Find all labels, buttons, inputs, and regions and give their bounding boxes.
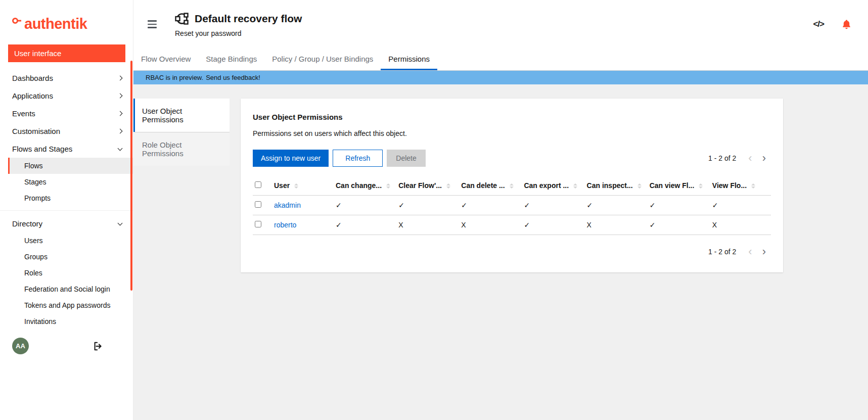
permission-value: ✓	[457, 196, 520, 215]
preview-banner: RBAC is in preview. Send us feedback!	[133, 71, 868, 84]
pagination-bottom-wrap: 1 - 2 of 2 ‹ ›	[253, 246, 771, 257]
sort-icon[interactable]	[637, 183, 642, 189]
column-header-view-flow[interactable]: View Flo...	[708, 176, 771, 196]
permission-value: ✓	[332, 196, 394, 215]
sort-icon[interactable]	[751, 183, 755, 189]
sidebar-item-applications[interactable]: Applications	[0, 87, 133, 105]
page-title: Default recovery flow	[195, 13, 302, 25]
column-header-user[interactable]: User	[270, 176, 332, 196]
api-code-icon[interactable]: </>	[813, 19, 824, 29]
content-area: User Object Permissions Role Object Perm…	[133, 84, 868, 420]
vtab-role-object-permissions[interactable]: Role Object Permissions	[133, 132, 230, 166]
sidebar-item-groups[interactable]: Groups	[8, 249, 133, 265]
refresh-button[interactable]: Refresh	[333, 150, 383, 167]
sidebar-subitem-label: Roles	[24, 269, 42, 277]
sidebar-item-prompts[interactable]: Prompts	[8, 190, 133, 206]
page-subtitle: Reset your password	[175, 29, 302, 37]
topbar-icons: </>	[813, 19, 852, 30]
sidebar-subitem-label: Users	[24, 237, 43, 245]
sidebar-item-invitations[interactable]: Invitations	[8, 313, 133, 330]
column-header-clear-flow[interactable]: Clear Flow'...	[394, 176, 457, 196]
permissions-table: User Can change... Clear Flow'... Can de…	[253, 176, 771, 235]
column-header-can-change[interactable]: Can change...	[332, 176, 394, 196]
main-area: Default recovery flow Reset your passwor…	[133, 0, 868, 420]
sidebar-item-label: Events	[12, 109, 35, 118]
permission-value: ✓	[646, 196, 708, 215]
sidebar-item-events[interactable]: Events	[0, 105, 133, 122]
row-checkbox[interactable]	[255, 221, 261, 227]
sort-icon[interactable]	[510, 183, 514, 189]
page-tabs: Flow Overview Stage Bindings Policy / Gr…	[133, 49, 868, 71]
column-header-can-export[interactable]: Can export ...	[520, 176, 582, 196]
sidebar-footer: AA	[0, 334, 133, 358]
brand-logo-text: authentik	[24, 16, 87, 32]
sort-icon[interactable]	[386, 183, 390, 189]
user-link-akadmin[interactable]: akadmin	[274, 201, 301, 209]
sidebar: authentik User interface Dashboards Appl…	[0, 0, 133, 420]
notification-bell-icon[interactable]	[841, 19, 852, 30]
tab-flow-overview[interactable]: Flow Overview	[133, 49, 198, 70]
permission-value: ✓	[520, 215, 582, 235]
permission-value: ✓	[583, 196, 646, 215]
hamburger-menu-button[interactable]	[146, 17, 159, 31]
user-link-roberto[interactable]: roberto	[274, 221, 296, 229]
pagination-prev-button[interactable]: ‹	[743, 153, 757, 164]
sidebar-item-customisation[interactable]: Customisation	[0, 122, 133, 140]
user-object-permissions-card: User Object Permissions Permissions set …	[241, 99, 783, 272]
sort-icon[interactable]	[446, 183, 450, 189]
sort-icon[interactable]	[294, 183, 298, 189]
table-row: roberto ✓ X X ✓ X ✓ X	[253, 215, 771, 235]
sidebar-item-flows-and-stages[interactable]: Flows and Stages	[0, 140, 133, 158]
tab-permissions[interactable]: Permissions	[381, 49, 437, 70]
permission-value: X	[583, 215, 646, 235]
column-header-can-delete[interactable]: Can delete ...	[457, 176, 520, 196]
chevron-right-icon	[118, 76, 123, 81]
card-title: User Object Permissions	[253, 113, 771, 121]
pagination-label: 1 - 2 of 2	[708, 154, 736, 162]
delete-button[interactable]: Delete	[387, 150, 425, 167]
avatar[interactable]: AA	[12, 338, 29, 354]
directory-group: Directory Users Groups Roles Federation …	[0, 210, 133, 330]
sort-icon[interactable]	[573, 183, 577, 189]
sign-out-icon[interactable]	[93, 341, 104, 352]
sidebar-item-federation-social-login[interactable]: Federation and Social login	[8, 281, 133, 297]
banner-feedback-link[interactable]: Send us feedback!	[206, 74, 260, 81]
tab-policy-group-user-bindings[interactable]: Policy / Group / User Bindings	[264, 49, 381, 70]
user-interface-button[interactable]: User interface	[8, 44, 125, 62]
pagination-next-button[interactable]: ›	[757, 246, 771, 257]
assign-to-new-user-button[interactable]: Assign to new user	[253, 150, 329, 167]
brand-logo[interactable]: authentik	[0, 0, 133, 32]
column-header-can-view[interactable]: Can view Fl...	[646, 176, 708, 196]
permission-value: ✓	[332, 215, 394, 235]
select-all-checkbox[interactable]	[255, 181, 261, 188]
vtab-user-object-permissions[interactable]: User Object Permissions	[133, 99, 230, 132]
authentik-logo-icon	[11, 16, 23, 31]
row-checkbox[interactable]	[255, 201, 261, 208]
sidebar-item-users[interactable]: Users	[8, 232, 133, 249]
toolbar: Assign to new user Refresh Delete 1 - 2 …	[253, 150, 771, 167]
flows-subnav: Flows Stages Prompts	[0, 158, 133, 206]
sidebar-subitem-label: Invitations	[24, 317, 56, 325]
sidebar-item-stages[interactable]: Stages	[8, 174, 133, 190]
pagination-label: 1 - 2 of 2	[708, 248, 736, 256]
permission-value: ✓	[646, 215, 708, 235]
permissions-vertical-tabs: User Object Permissions Role Object Perm…	[133, 99, 230, 166]
sort-icon[interactable]	[699, 183, 703, 189]
table-row: akadmin ✓ ✓ ✓ ✓ ✓ ✓ ✓	[253, 196, 771, 215]
sidebar-item-dashboards[interactable]: Dashboards	[0, 69, 133, 87]
sidebar-item-directory[interactable]: Directory	[0, 215, 133, 232]
sidebar-item-flows[interactable]: Flows	[8, 158, 133, 174]
pagination-prev-button[interactable]: ‹	[743, 246, 757, 257]
chevron-right-icon	[118, 129, 123, 134]
sidebar-subitem-label: Flows	[24, 162, 43, 170]
top-bar: Default recovery flow Reset your passwor…	[133, 0, 868, 49]
sidebar-scrollbar[interactable]	[130, 61, 132, 291]
pagination-next-button[interactable]: ›	[757, 153, 771, 164]
permission-value: ✓	[394, 196, 457, 215]
tab-stage-bindings[interactable]: Stage Bindings	[198, 49, 264, 70]
sidebar-item-label: Applications	[12, 91, 53, 100]
column-header-can-inspect[interactable]: Can inspect...	[583, 176, 646, 196]
sidebar-item-label: Flows and Stages	[12, 145, 72, 153]
sidebar-item-tokens-app-passwords[interactable]: Tokens and App passwords	[8, 297, 133, 313]
sidebar-item-roles[interactable]: Roles	[8, 265, 133, 281]
